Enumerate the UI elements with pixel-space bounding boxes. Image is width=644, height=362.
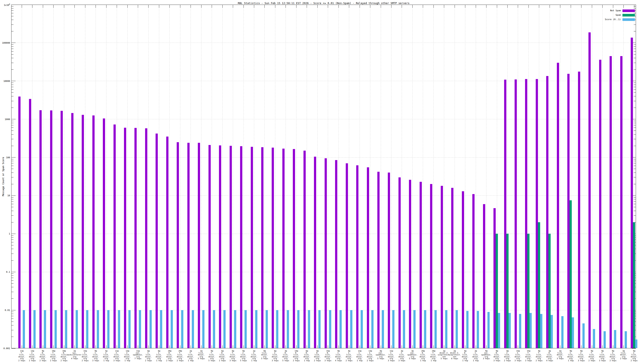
bar-not-spam xyxy=(177,142,179,348)
bar-score xyxy=(118,310,120,348)
x-tick-top xyxy=(328,5,328,8)
bar-score xyxy=(614,330,616,348)
bar-not-spam xyxy=(40,110,42,348)
bar-score xyxy=(540,314,542,348)
y-tick-label: 100 xyxy=(0,156,10,159)
bar-not-spam xyxy=(504,80,506,348)
bar-not-spam xyxy=(451,188,454,348)
x-tick-top xyxy=(624,5,624,8)
x-tick-top xyxy=(286,5,286,8)
bar-score xyxy=(424,310,426,348)
x-tick-bottom xyxy=(328,345,328,348)
y-minor-tick-left xyxy=(12,292,14,292)
x-gridline xyxy=(244,5,244,348)
x-tick-top xyxy=(244,5,244,8)
x-tick-top xyxy=(550,5,550,8)
x-tick-top xyxy=(106,5,106,8)
x-tick-bottom xyxy=(233,345,233,348)
y-tick-label: 10000 xyxy=(0,80,10,82)
x-gridline xyxy=(423,5,423,348)
x-tick-bottom xyxy=(391,345,392,348)
bar-score xyxy=(255,310,258,348)
bar-score xyxy=(403,310,405,348)
bar-score xyxy=(434,310,437,348)
x-gridline xyxy=(328,5,328,348)
bar-not-spam xyxy=(261,147,264,348)
bar-score xyxy=(171,310,173,348)
x-gridline xyxy=(338,5,339,348)
x-tick-bottom xyxy=(96,345,96,348)
x-axis-label: 9@2.list.dnswl.org2 hops xyxy=(620,350,644,362)
x-tick-bottom xyxy=(212,345,212,348)
bar-not-spam xyxy=(514,79,517,348)
x-gridline xyxy=(22,5,22,348)
bar-score xyxy=(604,331,606,348)
bar-not-spam xyxy=(324,158,327,348)
x-tick-bottom xyxy=(190,345,191,348)
bar-score xyxy=(297,310,300,348)
bar-not-spam xyxy=(578,72,580,348)
x-tick-top xyxy=(307,5,307,8)
bar-score xyxy=(361,310,363,348)
bar-score xyxy=(128,310,130,348)
bar-spam xyxy=(496,234,498,348)
y-tick-label: 1x106 xyxy=(0,3,10,6)
x-gridline xyxy=(317,5,318,348)
y-tick-label: 1000 xyxy=(0,118,10,121)
y-minor-tick-left xyxy=(12,24,14,25)
x-gridline xyxy=(296,5,296,348)
x-tick-top xyxy=(476,5,476,8)
y-tick-label: 0.001 xyxy=(0,347,10,350)
y-minor-tick-left xyxy=(12,169,14,169)
bar-score xyxy=(150,310,152,348)
x-tick-bottom xyxy=(486,345,486,348)
x-tick-top xyxy=(454,5,455,8)
bar-not-spam xyxy=(335,160,337,348)
x-tick-top xyxy=(170,5,170,8)
y-minor-tick-left xyxy=(12,31,14,31)
x-tick-top xyxy=(32,5,32,8)
y-minor-tick-left xyxy=(12,199,14,199)
bar-not-spam xyxy=(92,115,94,348)
bar-score xyxy=(34,310,36,348)
bar-not-spam xyxy=(251,147,253,348)
legend-swatch-score-0-1- xyxy=(622,18,635,21)
x-gridline xyxy=(201,5,202,348)
bar-score xyxy=(477,311,479,348)
x-tick-top xyxy=(349,5,349,8)
bar-score xyxy=(160,310,162,348)
y-minor-tick-left xyxy=(12,87,14,87)
x-gridline xyxy=(180,5,180,348)
x-tick-top xyxy=(264,5,265,8)
bar-not-spam xyxy=(240,146,242,348)
y-major-tick-left xyxy=(12,195,16,196)
y-minor-tick-left xyxy=(12,177,14,177)
y-minor-tick-left xyxy=(12,134,14,135)
x-tick-bottom xyxy=(117,345,117,348)
y-minor-tick-left xyxy=(12,159,14,159)
bar-spam xyxy=(527,234,530,348)
x-tick-top xyxy=(212,5,212,8)
bar-not-spam xyxy=(483,204,485,348)
bar-score xyxy=(392,310,394,348)
y-minor-tick-left xyxy=(12,54,14,54)
bar-score xyxy=(593,329,595,348)
bar-not-spam xyxy=(441,186,443,348)
x-tick-bottom xyxy=(402,345,402,348)
x-gridline xyxy=(53,5,54,348)
y-minor-tick-left xyxy=(12,201,14,202)
y-minor-tick-left xyxy=(12,207,14,207)
x-gridline xyxy=(117,5,117,348)
x-gridline xyxy=(233,5,233,348)
y-tick-label: 100000 xyxy=(0,42,10,44)
x-tick-bottom xyxy=(296,345,296,348)
y-tick-label: 0.1 xyxy=(0,271,10,273)
x-tick-top xyxy=(444,5,444,8)
bar-not-spam xyxy=(567,74,570,348)
bar-score xyxy=(76,310,78,348)
bar-not-spam xyxy=(494,208,496,348)
bar-score xyxy=(224,310,226,348)
bar-not-spam xyxy=(198,143,200,348)
y-minor-tick-left xyxy=(12,204,14,204)
x-tick-top xyxy=(571,5,571,8)
